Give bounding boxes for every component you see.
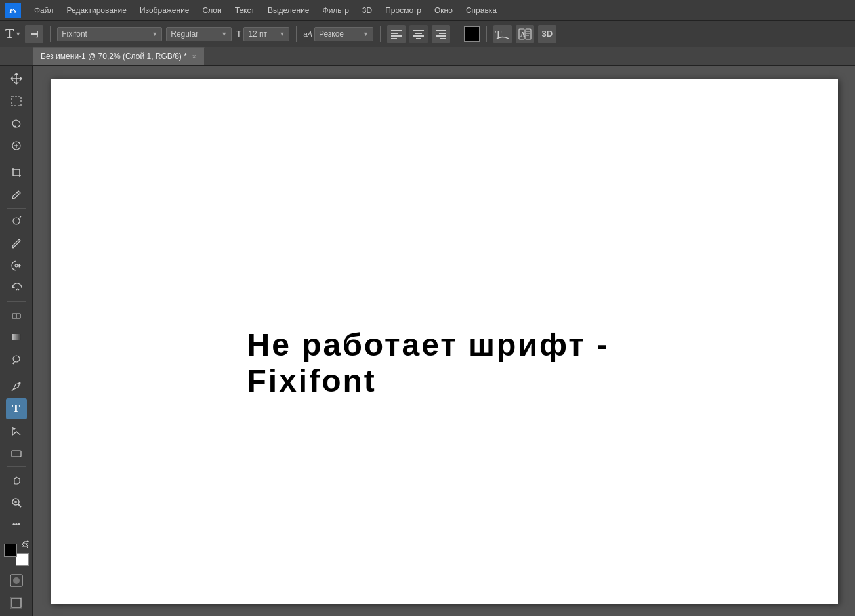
svg-line-39 bbox=[18, 504, 21, 507]
antialiasing-label: аА bbox=[303, 30, 312, 38]
left-toolbar: T bbox=[0, 66, 33, 616]
tab-close-button[interactable]: × bbox=[192, 53, 196, 60]
antialiasing-dropdown[interactable]: Резкое ▼ bbox=[314, 27, 373, 41]
warp-text-icon: T bbox=[495, 28, 510, 40]
font-style-dropdown[interactable]: Regular ▼ bbox=[166, 27, 232, 41]
move-tool-button[interactable] bbox=[6, 68, 27, 89]
foreground-color-box[interactable] bbox=[4, 544, 17, 557]
pen-tool-icon bbox=[10, 380, 22, 392]
svg-rect-14 bbox=[526, 29, 531, 39]
menu-selection[interactable]: Выделение bbox=[262, 3, 315, 18]
svg-rect-0 bbox=[391, 30, 402, 31]
quick-mask-icon bbox=[9, 573, 24, 588]
canvas-text-layer[interactable]: Не работает шрифт - Fixifont bbox=[247, 327, 641, 399]
text-tool-chevron: ▼ bbox=[15, 31, 21, 37]
more-tools-button[interactable]: ••• bbox=[6, 514, 27, 535]
menu-help[interactable]: Справка bbox=[461, 3, 502, 18]
type-tool-button[interactable]: T bbox=[6, 398, 27, 419]
shape-tool-button[interactable] bbox=[6, 443, 27, 464]
menu-edit[interactable]: Редактирование bbox=[62, 3, 132, 18]
gradient-tool-button[interactable] bbox=[6, 327, 27, 348]
swap-colors-icon[interactable] bbox=[21, 541, 29, 549]
svg-rect-3 bbox=[391, 38, 397, 39]
menu-3d[interactable]: 3D bbox=[357, 3, 377, 18]
menu-file[interactable]: Файл bbox=[29, 3, 59, 18]
svg-text:A: A bbox=[520, 31, 526, 38]
canvas-area[interactable]: Не работает шрифт - Fixifont bbox=[33, 66, 855, 616]
eraser-tool-button[interactable] bbox=[6, 304, 27, 325]
menu-layers[interactable]: Слои bbox=[198, 3, 227, 18]
crop-tool-icon bbox=[10, 167, 22, 178]
menu-view[interactable]: Просмотр bbox=[380, 3, 427, 18]
document-tab[interactable]: Без имени-1 @ 70,2% (Слой 1, RGB/8) * × bbox=[33, 47, 205, 65]
color-pair bbox=[4, 541, 29, 566]
quick-mask-button[interactable] bbox=[6, 570, 27, 591]
menu-text[interactable]: Текст bbox=[230, 3, 260, 18]
svg-rect-2 bbox=[391, 35, 402, 37]
dodge-tool-button[interactable] bbox=[6, 349, 27, 370]
canvas-document[interactable]: Не работает шрифт - Fixifont bbox=[51, 79, 838, 604]
clone-stamp-button[interactable] bbox=[6, 255, 27, 276]
warp-text-button[interactable]: T bbox=[493, 25, 512, 43]
align-center-button[interactable] bbox=[409, 25, 428, 43]
align-left-button[interactable] bbox=[387, 25, 406, 43]
marquee-tool-icon bbox=[10, 95, 22, 107]
toolbar-separator-3 bbox=[7, 301, 26, 302]
zoom-tool-button[interactable] bbox=[6, 492, 27, 513]
font-size-dropdown[interactable]: 12 пт ▼ bbox=[243, 27, 289, 41]
menu-image[interactable]: Изображение bbox=[135, 3, 195, 18]
svg-rect-4 bbox=[413, 30, 424, 31]
history-brush-button[interactable] bbox=[6, 277, 27, 298]
font-size-value: 12 пт bbox=[248, 30, 267, 39]
toolbar-separator-1 bbox=[7, 159, 26, 159]
type-tool-T-label: T bbox=[12, 402, 20, 415]
healing-brush-button[interactable] bbox=[6, 211, 27, 232]
screen-mode-button[interactable] bbox=[6, 592, 27, 613]
tab-bar: Без имени-1 @ 70,2% (Слой 1, RGB/8) * × bbox=[0, 47, 855, 66]
screen-mode-icon bbox=[10, 597, 22, 609]
path-selection-button[interactable] bbox=[6, 421, 27, 441]
font-style-chevron: ▼ bbox=[221, 31, 227, 37]
text-tool-indicator: T ▼ bbox=[5, 26, 21, 41]
main-area: T bbox=[0, 66, 855, 616]
svg-marker-28 bbox=[12, 285, 15, 288]
more-tools-dots: ••• bbox=[12, 519, 20, 529]
lasso-tool-button[interactable] bbox=[6, 113, 27, 134]
separator-4 bbox=[457, 26, 457, 42]
svg-rect-46 bbox=[10, 597, 22, 609]
hand-tool-button[interactable] bbox=[6, 470, 27, 491]
menu-filter[interactable]: Фильтр bbox=[318, 3, 354, 18]
svg-point-32 bbox=[13, 356, 20, 362]
svg-rect-8 bbox=[436, 30, 446, 31]
antialiasing-value: Резкое bbox=[319, 30, 344, 39]
zoom-tool-icon bbox=[10, 497, 22, 508]
svg-point-20 bbox=[14, 125, 16, 127]
toggle-orientation-button[interactable]: T bbox=[25, 25, 43, 43]
svg-rect-16 bbox=[526, 31, 530, 32]
svg-rect-45 bbox=[12, 598, 21, 607]
text-color-swatch[interactable] bbox=[464, 26, 480, 42]
align-right-button[interactable] bbox=[432, 25, 450, 43]
crop-tool-button[interactable] bbox=[6, 162, 27, 183]
antialiasing-group: аА Резкое ▼ bbox=[303, 27, 373, 41]
font-size-group: T 12 пт ▼ bbox=[236, 27, 289, 41]
toggle-panels-button[interactable]: A bbox=[516, 25, 534, 43]
svg-rect-31 bbox=[12, 334, 21, 340]
background-color-box[interactable] bbox=[16, 553, 29, 566]
marquee-tool-button[interactable] bbox=[6, 91, 27, 112]
options-bar: T ▼ T Fixifont ▼ Regular ▼ T 12 пт ▼ аА … bbox=[0, 21, 855, 47]
separator-2 bbox=[296, 26, 297, 42]
3d-button[interactable]: 3D bbox=[538, 25, 556, 43]
pen-tool-button[interactable] bbox=[6, 376, 27, 397]
eyedropper-tool-button[interactable] bbox=[6, 184, 27, 205]
svg-rect-11 bbox=[440, 38, 446, 39]
menu-window[interactable]: Окно bbox=[429, 3, 458, 18]
antialiasing-chevron: ▼ bbox=[363, 31, 369, 37]
lasso-tool-icon bbox=[10, 117, 22, 129]
brush-tool-button[interactable] bbox=[6, 233, 27, 254]
svg-point-25 bbox=[13, 218, 20, 224]
font-family-dropdown[interactable]: Fixifont ▼ bbox=[57, 27, 162, 41]
hand-tool-icon bbox=[10, 474, 22, 486]
spot-healing-button[interactable] bbox=[6, 135, 27, 156]
canvas-wrapper: Не работает шрифт - Fixifont bbox=[51, 79, 838, 604]
